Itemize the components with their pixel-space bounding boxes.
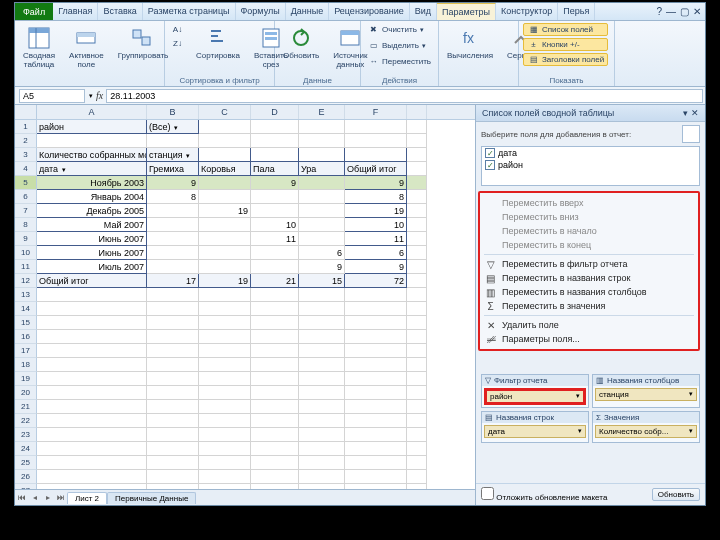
select-button[interactable]: ▭Выделить ▾ [365,39,433,52]
layout-icon[interactable] [682,125,700,143]
col-D[interactable]: D [251,105,299,119]
menu-to-filter[interactable]: ▽Переместить в фильтр отчета [480,257,698,271]
col-F[interactable]: F [345,105,407,119]
field-item[interactable]: ✓дата [482,147,699,159]
pane-menu-icon[interactable]: ▾ ✕ [683,108,699,118]
sheet-tab-1[interactable]: Лист 2 [67,492,107,504]
cols-icon: ▥ [596,376,604,385]
tab-file[interactable]: Файл [15,3,53,20]
sort-button[interactable]: Сортировка [192,23,244,63]
funnel-icon: ▽ [485,376,491,385]
menu-to-values[interactable]: ΣПереместить в значения [480,299,698,313]
tab-addon[interactable]: Перья [558,3,595,20]
zone-rows[interactable]: ▤Названия строк дата▾ [481,411,589,443]
field-list[interactable]: ✓дата ✓район [481,146,700,186]
menu-move-up[interactable]: Переместить вверх [480,196,698,210]
col-A[interactable]: A [37,105,147,119]
tab-design[interactable]: Конструктор [496,3,558,20]
field-item[interactable]: ✓район [482,159,699,171]
tab-review[interactable]: Рецензирование [329,3,410,20]
move-button[interactable]: ↔Переместить [365,55,433,68]
formula-input[interactable] [106,89,703,103]
sort-az[interactable]: A↓ [169,23,186,36]
ribbon-tabs: Файл Главная Вставка Разметка страницы Ф… [15,3,705,21]
tab-data[interactable]: Данные [286,3,330,20]
col-B[interactable]: B [147,105,199,119]
window-controls: ? — ▢ ✕ [656,3,705,20]
refresh-button[interactable]: Обновить [279,23,323,63]
sort-za[interactable]: Z↓ [169,37,186,50]
filter-chip[interactable]: район▾ [484,388,586,405]
update-button[interactable]: Обновить [652,488,700,501]
activefield-button[interactable]: Активное поле [65,23,108,72]
menu-field-settings[interactable]: ⧣Параметры поля... [480,332,698,346]
rows-icon: ▤ [485,413,493,422]
name-box[interactable] [19,89,85,103]
menu-to-cols[interactable]: ▥Переместить в названия столбцов [480,285,698,299]
tab-home[interactable]: Главная [53,3,98,20]
close-icon[interactable]: ✕ [693,6,701,17]
tab-options[interactable]: Параметры [437,3,496,20]
menu-move-down[interactable]: Переместить вниз [480,210,698,224]
menu-remove[interactable]: ✕Удалить поле [480,318,698,332]
spreadsheet[interactable]: A B C D E F 1район(Все) ▾ 2 3Количество … [15,105,475,505]
drop-zones: ▽Фильтр отчета район▾ ▥Названия столбцов… [481,374,700,443]
fx-button[interactable]: fx [93,90,106,101]
clear-button[interactable]: ✖Очистить ▾ [365,23,433,36]
cols-chip[interactable]: станция▾ [595,388,697,401]
checkbox-icon[interactable]: ✓ [485,148,495,158]
buttons-toggle[interactable]: ±Кнопки +/- [523,38,608,51]
sheet-prev[interactable]: ◂ [28,493,41,502]
sheet-first[interactable]: ⏮ [15,493,28,502]
funnel-icon: ▽ [484,259,497,270]
settings-icon: ⧣ [484,334,497,345]
tab-insert[interactable]: Вставка [98,3,142,20]
zone-filter[interactable]: ▽Фильтр отчета район▾ [481,374,589,408]
sigma-icon: Σ [484,301,497,312]
col-C[interactable]: C [199,105,251,119]
col-E[interactable]: E [299,105,345,119]
sheet-tabs: ⏮ ◂ ▸ ⏭ Лист 2 Первичные Данные [15,489,475,505]
calc-button[interactable]: fxВычисления [443,23,497,63]
svg-point-10 [294,31,308,45]
zone-cols[interactable]: ▥Названия столбцов станция▾ [592,374,700,408]
menu-move-begin[interactable]: Переместить в начало [480,224,698,238]
sheet-last[interactable]: ⏭ [54,493,67,502]
sheet-next[interactable]: ▸ [41,493,54,502]
group-button[interactable]: Группировать [114,23,170,63]
rows-chip[interactable]: дата▾ [484,425,586,438]
zone-values[interactable]: ΣЗначения Количество собр...▾ [592,411,700,443]
ribbon: Сводная таблица Активное поле Группирова… [15,21,705,87]
pivottable-button[interactable]: Сводная таблица [19,23,59,72]
pane-title: Список полей сводной таблицы [482,108,614,118]
sigma-icon: Σ [596,413,601,422]
help-icon[interactable]: ? [656,6,662,17]
grid-rows[interactable]: 1район(Все) ▾ 2 3Количество собранных мо… [15,120,475,489]
svg-rect-4 [77,33,95,37]
field-context-menu: Переместить вверх Переместить вниз Перем… [478,191,700,351]
x-icon: ✕ [484,320,497,331]
tab-view[interactable]: Вид [410,3,437,20]
sheet-tab-2[interactable]: Первичные Данные [107,492,196,504]
minimize-icon[interactable]: — [666,6,676,17]
defer-update[interactable]: Отложить обновление макета [481,487,607,502]
tab-layout[interactable]: Разметка страницы [143,3,236,20]
svg-rect-6 [142,37,150,45]
values-chip[interactable]: Количество собр...▾ [595,425,697,438]
menu-move-end[interactable]: Переместить в конец [480,238,698,252]
cols-icon: ▥ [484,287,497,298]
svg-rect-5 [133,30,141,38]
field-list-pane: Список полей сводной таблицы▾ ✕ Выберите… [475,105,705,505]
svg-rect-12 [341,31,359,35]
fieldlist-toggle[interactable]: ▦Список полей [523,23,608,36]
svg-text:fx: fx [463,30,474,46]
headers-toggle[interactable]: ▤Заголовки полей [523,53,608,66]
menu-to-rows[interactable]: ▤Переместить в названия строк [480,271,698,285]
tab-formulas[interactable]: Формулы [236,3,286,20]
svg-rect-1 [29,28,49,33]
formula-bar: ▾ fx [15,87,705,105]
restore-icon[interactable]: ▢ [680,6,689,17]
rows-icon: ▤ [484,273,497,284]
excel-window: Файл Главная Вставка Разметка страницы Ф… [14,2,706,506]
checkbox-icon[interactable]: ✓ [485,160,495,170]
